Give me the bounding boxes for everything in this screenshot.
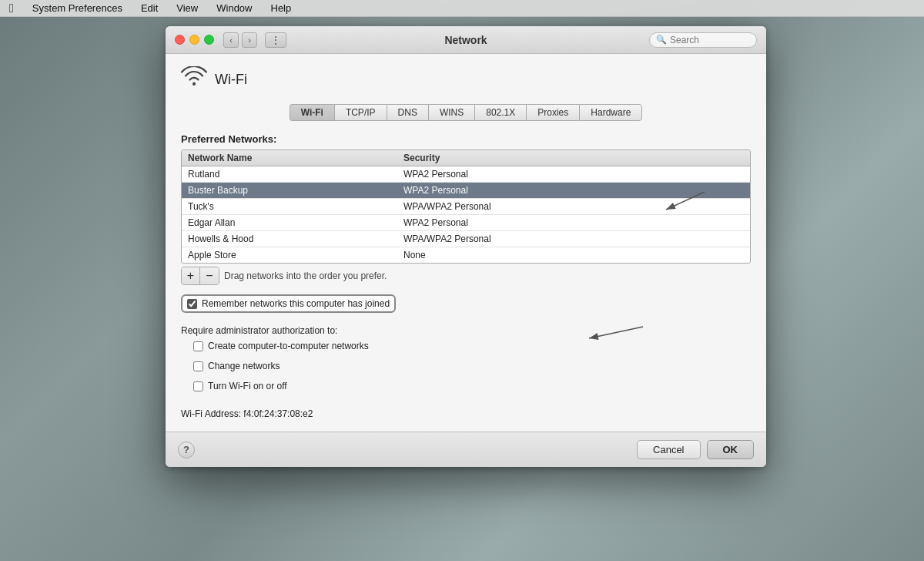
table-row[interactable]: Edgar Allan WPA2 Personal bbox=[182, 215, 750, 231]
network-window: ‹ › ⋮ Network 🔍 Wi-Fi bbox=[166, 26, 766, 467]
tab-bar: Wi-Fi TCP/IP DNS WINS 802.1X Proxies Har… bbox=[181, 104, 751, 121]
menu-edit[interactable]: Edit bbox=[138, 2, 161, 14]
admin-checkbox-1[interactable] bbox=[193, 361, 203, 371]
tab-wins[interactable]: WINS bbox=[428, 104, 474, 121]
table-header: Network Name Security bbox=[182, 150, 750, 166]
table-row[interactable]: Apple Store None bbox=[182, 247, 750, 263]
col-header-security: Security bbox=[403, 153, 744, 163]
table-row[interactable]: Buster Backup WPA2 Personal bbox=[182, 183, 750, 199]
network-table: Network Name Security Rutland WPA2 Perso… bbox=[181, 149, 751, 264]
admin-checkbox-label-1: Change networks bbox=[208, 361, 280, 371]
remember-networks-row: Remember networks this computer has join… bbox=[181, 294, 751, 319]
col-header-name: Network Name bbox=[188, 153, 403, 163]
grid-button[interactable]: ⋮ bbox=[265, 32, 286, 48]
apple-menu[interactable]:  bbox=[6, 2, 17, 15]
admin-checkbox-label-2: Turn Wi-Fi on or off bbox=[208, 381, 287, 391]
row-security-1: WPA2 Personal bbox=[403, 185, 744, 196]
table-row[interactable]: Howells & Hood WPA/WPA2 Personal bbox=[182, 231, 750, 247]
admin-checkbox-0[interactable] bbox=[193, 341, 203, 351]
menu-system-preferences[interactable]: System Preferences bbox=[29, 2, 126, 14]
add-remove-group: + − bbox=[181, 267, 219, 285]
remove-network-button[interactable]: − bbox=[200, 267, 219, 284]
minimize-button[interactable] bbox=[189, 35, 199, 45]
table-row[interactable]: Rutland WPA2 Personal bbox=[182, 166, 750, 183]
row-name-3: Edgar Allan bbox=[188, 217, 403, 228]
close-button[interactable] bbox=[175, 35, 185, 45]
remember-networks-label-container[interactable]: Remember networks this computer has join… bbox=[181, 294, 396, 313]
search-bar[interactable]: 🔍 bbox=[649, 32, 757, 48]
help-button[interactable]: ? bbox=[178, 442, 195, 459]
row-security-3: WPA2 Personal bbox=[403, 217, 744, 228]
admin-checkbox-label-0: Create computer-to-computer networks bbox=[208, 341, 369, 351]
row-name-2: Tuck's bbox=[188, 201, 403, 212]
require-admin-label: Require administrator authorization to: bbox=[181, 325, 751, 336]
tab-dns[interactable]: DNS bbox=[387, 104, 428, 121]
title-bar: ‹ › ⋮ Network 🔍 bbox=[166, 26, 766, 54]
menu-window[interactable]: Window bbox=[213, 2, 255, 14]
preferred-networks-label: Preferred Networks: bbox=[181, 133, 751, 145]
wifi-address-row: Wi-Fi Address: f4:0f:24:37:08:e2 bbox=[181, 408, 751, 419]
admin-checkbox-row-2[interactable]: Turn Wi-Fi on or off bbox=[193, 381, 751, 391]
wifi-address-label: Wi-Fi Address: bbox=[181, 408, 241, 419]
nav-buttons: ‹ › bbox=[223, 32, 257, 48]
row-name-5: Apple Store bbox=[188, 250, 403, 260]
wifi-header: Wi-Fi bbox=[181, 66, 751, 93]
tab-wifi[interactable]: Wi-Fi bbox=[290, 104, 334, 121]
bottom-buttons: Cancel OK bbox=[637, 440, 754, 459]
cancel-button[interactable]: Cancel bbox=[637, 440, 700, 459]
drag-hint: Drag networks into the order you prefer. bbox=[224, 270, 387, 281]
row-security-0: WPA2 Personal bbox=[403, 169, 744, 180]
add-network-button[interactable]: + bbox=[182, 267, 200, 284]
tab-proxies[interactable]: Proxies bbox=[526, 104, 579, 121]
table-row[interactable]: Tuck's WPA/WPA2 Personal bbox=[182, 199, 750, 215]
ok-button[interactable]: OK bbox=[707, 440, 755, 459]
search-icon: 🔍 bbox=[656, 35, 667, 45]
window-content: Wi-Fi Wi-Fi TCP/IP DNS WINS 802.1X Proxi… bbox=[166, 54, 766, 432]
wifi-address-value: f4:0f:24:37:08:e2 bbox=[243, 408, 313, 419]
search-input[interactable] bbox=[670, 35, 747, 45]
admin-checkboxes: Create computer-to-computer networks Cha… bbox=[193, 341, 751, 398]
tab-8021x[interactable]: 802.1X bbox=[474, 104, 526, 121]
tab-tcpip[interactable]: TCP/IP bbox=[334, 104, 387, 121]
row-name-4: Howells & Hood bbox=[188, 233, 403, 244]
wifi-label: Wi-Fi bbox=[215, 72, 247, 88]
menu-help[interactable]: Help bbox=[268, 2, 295, 14]
admin-checkbox-row-0[interactable]: Create computer-to-computer networks bbox=[193, 341, 751, 351]
menu-bar:  System Preferences Edit View Window He… bbox=[0, 0, 924, 17]
row-security-4: WPA/WPA2 Personal bbox=[403, 233, 744, 244]
tab-hardware[interactable]: Hardware bbox=[579, 104, 642, 121]
wifi-icon bbox=[181, 66, 207, 93]
svg-point-0 bbox=[192, 82, 196, 86]
forward-button[interactable]: › bbox=[242, 32, 257, 48]
table-controls: + − Drag networks into the order you pre… bbox=[181, 267, 751, 285]
admin-checkbox-row-1[interactable]: Change networks bbox=[193, 361, 751, 371]
window-title: Network bbox=[444, 34, 487, 46]
row-security-5: None bbox=[403, 250, 744, 260]
menu-view[interactable]: View bbox=[173, 2, 201, 14]
row-name-0: Rutland bbox=[188, 169, 403, 180]
row-security-2: WPA/WPA2 Personal bbox=[403, 201, 744, 212]
bottom-bar: ? Cancel OK bbox=[166, 432, 766, 467]
back-button[interactable]: ‹ bbox=[223, 32, 239, 48]
admin-checkbox-2[interactable] bbox=[193, 381, 203, 391]
remember-networks-text: Remember networks this computer has join… bbox=[202, 298, 390, 309]
remember-networks-checkbox[interactable] bbox=[187, 299, 197, 309]
row-name-1: Buster Backup bbox=[188, 185, 403, 196]
maximize-button[interactable] bbox=[204, 35, 214, 45]
traffic-lights bbox=[175, 35, 214, 45]
